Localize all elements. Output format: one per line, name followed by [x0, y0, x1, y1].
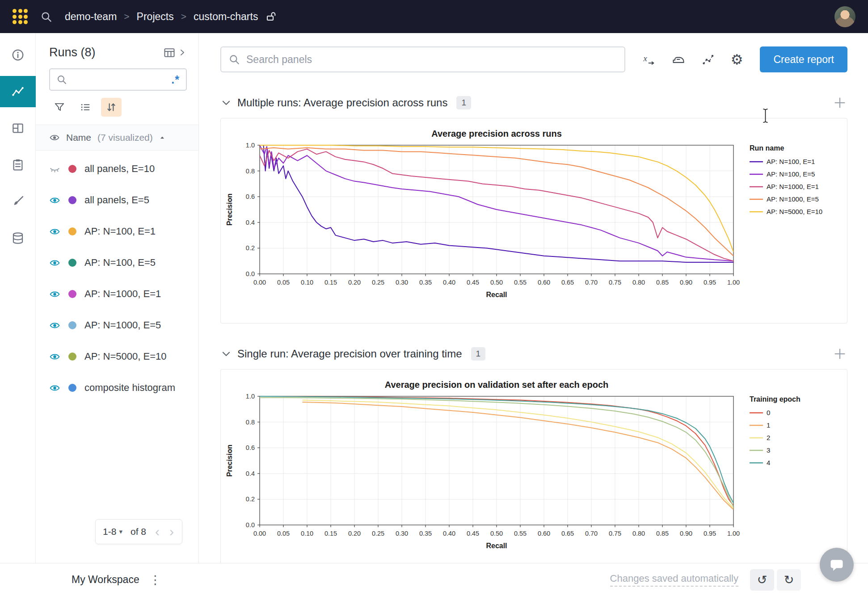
svg-text:1.0: 1.0: [245, 142, 254, 149]
sort-arrows-icon: [105, 101, 117, 113]
wandb-logo[interactable]: [13, 9, 28, 24]
run-row[interactable]: all panels, E=5: [36, 185, 198, 216]
outliers-scatter-icon[interactable]: [701, 53, 715, 66]
run-name: AP: N=100, E=5: [84, 257, 156, 269]
svg-text:0.20: 0.20: [348, 279, 360, 286]
eye-icon[interactable]: [49, 382, 60, 394]
svg-text:0.8: 0.8: [245, 168, 254, 175]
run-color-dot: [68, 321, 76, 329]
svg-text:0.60: 0.60: [537, 279, 550, 286]
next-page-button[interactable]: ›: [169, 525, 175, 538]
page-range-select[interactable]: 1-8 ▾: [103, 526, 122, 537]
svg-text:0.10: 0.10: [300, 530, 313, 537]
svg-text:0.05: 0.05: [277, 279, 289, 286]
panel-search-box[interactable]: [220, 46, 625, 72]
runs-search-box[interactable]: .*: [49, 68, 187, 91]
svg-text:0.0: 0.0: [245, 270, 254, 277]
sort-caret-up-icon: [159, 134, 165, 141]
svg-text:0.75: 0.75: [608, 530, 621, 537]
run-color-dot: [68, 384, 76, 392]
prev-page-button[interactable]: ‹: [154, 525, 160, 538]
user-avatar[interactable]: [834, 6, 855, 27]
section-title: Multiple runs: Average precision across …: [237, 97, 447, 109]
rail-reports-button[interactable]: [0, 147, 36, 183]
svg-text:0.6: 0.6: [245, 444, 254, 451]
run-color-dot: [68, 259, 76, 267]
run-color-dot: [68, 227, 76, 235]
eye-icon[interactable]: [49, 195, 60, 206]
svg-text:Average precision on validatio: Average precision on validation set afte…: [384, 380, 608, 390]
svg-text:0.00: 0.00: [253, 279, 265, 286]
run-row[interactable]: AP: N=1000, E=5: [36, 310, 198, 341]
create-report-button[interactable]: Create report: [760, 46, 847, 72]
eye-icon[interactable]: [49, 351, 60, 362]
regex-toggle[interactable]: .*: [171, 73, 180, 86]
svg-text:0.2: 0.2: [245, 495, 254, 503]
list-icon: [80, 101, 91, 113]
rail-overview-button[interactable]: [0, 37, 36, 73]
name-column-label: Name: [66, 132, 91, 143]
brush-icon: [11, 195, 25, 208]
chevron-down-icon[interactable]: [220, 348, 232, 360]
eye-icon[interactable]: [49, 289, 60, 300]
svg-text:0.55: 0.55: [514, 530, 526, 537]
run-list: all panels, E=10 all panels, E=5 AP: N=1…: [36, 151, 198, 403]
text-cursor: [762, 108, 769, 123]
undo-button[interactable]: ↺: [750, 569, 774, 591]
workspace-menu-kebab-icon[interactable]: ⋮: [149, 573, 161, 587]
breadcrumb-team-link[interactable]: demo-team: [65, 11, 117, 23]
rail-table-button[interactable]: [0, 110, 36, 147]
runs-search-input[interactable]: [72, 74, 167, 85]
panel-search-input[interactable]: [246, 54, 617, 66]
run-row[interactable]: AP: N=1000, E=1: [36, 278, 198, 310]
expand-table-chevron-icon[interactable]: [177, 48, 187, 57]
runs-table-icon[interactable]: [163, 46, 176, 59]
section-header: Single run: Average precision over train…: [220, 344, 847, 364]
run-row[interactable]: composite histogram: [36, 372, 198, 403]
svg-text:0.25: 0.25: [371, 279, 384, 286]
panels-icon: [11, 122, 25, 135]
run-name: AP: N=5000, E=10: [84, 351, 166, 362]
eye-icon[interactable]: [49, 320, 60, 331]
section-header: Multiple runs: Average precision across …: [220, 93, 847, 113]
eye-icon[interactable]: [49, 226, 60, 237]
redo-button[interactable]: ↻: [777, 569, 801, 591]
rail-workspace-button[interactable]: [0, 76, 36, 107]
avg-precision-per-epoch-chart: 0.000.050.100.150.200.250.300.350.400.45…: [222, 376, 846, 554]
svg-text:Precision: Precision: [226, 193, 233, 226]
rail-sweeps-button[interactable]: [0, 183, 36, 220]
run-color-dot: [68, 353, 76, 361]
filter-runs-button[interactable]: [49, 98, 70, 117]
run-name: all panels, E=5: [84, 194, 149, 206]
svg-text:0.40: 0.40: [442, 530, 455, 537]
svg-text:0.45: 0.45: [466, 279, 479, 286]
unlock-icon: [266, 11, 277, 22]
settings-gear-icon[interactable]: ⚙: [731, 53, 743, 67]
content-row: Runs (8) .* Name (7 visualized): [0, 33, 868, 563]
rail-artifacts-button[interactable]: [0, 220, 36, 256]
sort-runs-button[interactable]: [101, 98, 122, 117]
chart-panel[interactable]: 0.000.050.100.150.200.250.300.350.400.45…: [220, 369, 847, 563]
run-row[interactable]: all panels, E=10: [36, 153, 198, 185]
global-search-icon[interactable]: [40, 11, 52, 23]
svg-text:Precision: Precision: [226, 445, 233, 477]
group-runs-button[interactable]: [75, 98, 96, 117]
x-axis-settings-icon[interactable]: [642, 53, 656, 66]
eye-icon[interactable]: [49, 257, 60, 269]
runs-columns-header[interactable]: Name (7 visualized): [36, 125, 198, 151]
eye-off-icon[interactable]: [49, 164, 60, 175]
breadcrumb-project-link[interactable]: custom-charts: [194, 11, 258, 23]
chart-panel[interactable]: 0.000.050.100.150.200.250.300.350.400.45…: [220, 118, 847, 323]
breadcrumb-projects-link[interactable]: Projects: [137, 11, 174, 23]
add-panel-icon[interactable]: [832, 346, 847, 361]
smoothing-iron-icon[interactable]: [672, 53, 685, 66]
add-panel-icon[interactable]: [832, 95, 847, 110]
svg-text:0.35: 0.35: [419, 530, 431, 537]
run-row[interactable]: AP: N=5000, E=10: [36, 341, 198, 372]
svg-text:0.2: 0.2: [245, 244, 254, 252]
run-row[interactable]: AP: N=100, E=5: [36, 247, 198, 278]
chevron-down-icon[interactable]: [220, 97, 232, 109]
chat-bubble-icon: [828, 556, 846, 574]
help-chat-button[interactable]: [820, 548, 854, 582]
run-row[interactable]: AP: N=100, E=1: [36, 216, 198, 247]
